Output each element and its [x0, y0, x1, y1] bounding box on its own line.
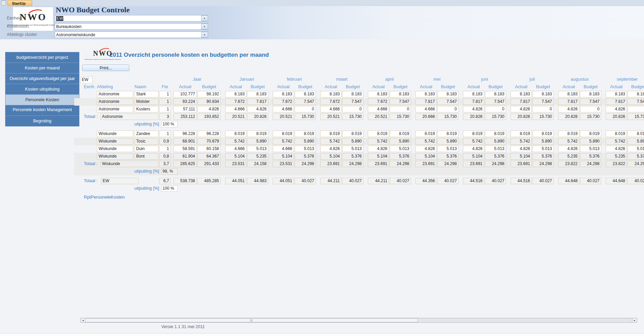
unit-filter-box[interactable]: EW	[80, 77, 93, 83]
afdeling-cell: Wiskunde	[97, 131, 133, 137]
value-cell: 5.104	[225, 153, 246, 160]
value-cell: 7.547	[628, 98, 644, 105]
print-button[interactable]: Print...	[82, 65, 129, 71]
value-cell: 23.531	[225, 161, 246, 167]
value-cell: 4.826	[558, 106, 579, 112]
column-header: Actual	[368, 83, 389, 90]
scrollbar-thumb[interactable]	[85, 318, 418, 322]
afdelings-cluster-combobox[interactable]: Astronomie/wiskunde	[55, 31, 208, 38]
value-cell: 8.019	[532, 131, 554, 137]
dropdown-arrow-icon[interactable]	[201, 15, 208, 21]
value-cell: 5.890	[247, 138, 268, 145]
table-row: Totaal :EW6,7538.738485.28544.05144.9834…	[74, 177, 644, 185]
column-header: Budget	[532, 83, 554, 90]
value-cell: 40.027	[532, 178, 554, 184]
sidebar-item[interactable]: Personele kosten Management.	[5, 105, 79, 116]
uitputting-box[interactable]: 100 %	[161, 185, 178, 192]
uitputting-label: uitputting [%]	[125, 168, 159, 175]
uitputting-box[interactable]: 98, %	[161, 168, 178, 175]
value-cell: 5.742	[368, 138, 389, 145]
value-cell: 4.666	[225, 106, 246, 112]
sidebar-item[interactable]: Personele Kosten	[5, 94, 79, 105]
totaal-label: Totaal :	[84, 160, 99, 167]
sidebar-item[interactable]: Overzicht uitgaven/budget per jaar	[5, 73, 79, 84]
value-cell: 8.183	[628, 91, 644, 97]
month-header: februari	[273, 77, 316, 82]
table-row: AstronomieStark1102.77798.1928.1838.1838…	[74, 91, 644, 98]
value-cell: 7.817	[511, 98, 532, 105]
value-cell: 15.730	[390, 113, 411, 120]
afdeling-cell: Wiskunde	[97, 153, 133, 160]
value-cell: 20.521	[225, 113, 246, 120]
value-cell: 23.531	[273, 161, 294, 167]
value-cell: 93.224	[173, 98, 197, 105]
sidebar-item[interactable]: budgetoverzicht per project	[5, 52, 79, 63]
logo-caption: Nederlandse Organisatie voor Wetenschapp…	[85, 58, 121, 60]
value-cell: 68.901	[173, 138, 197, 145]
value-cell: 5.376	[342, 153, 363, 160]
kostensoort-value: Bureaukosten	[55, 24, 201, 29]
eenheid-value: EW	[55, 16, 201, 21]
field-label-eenheid: Eenheid	[7, 16, 22, 21]
value-cell: 44.051	[225, 178, 246, 184]
value-cell: 8.183	[415, 91, 437, 97]
value-cell: 24.298	[485, 161, 506, 167]
value-cell: 24.298	[628, 161, 644, 167]
value-cell: 15.730	[342, 113, 363, 120]
value-cell: 5.235	[606, 153, 627, 160]
value-cell: 20.826	[463, 113, 484, 120]
report-link[interactable]: RptPersoneleKosten	[84, 194, 125, 200]
value-cell: 44.211	[320, 178, 342, 184]
column-header: Budget	[628, 83, 644, 90]
version-text: Versie 1.1 31 mei 2011	[142, 324, 224, 329]
value-cell: 4.826	[511, 146, 532, 152]
value-cell: 0	[580, 106, 601, 112]
eenheid-combobox[interactable]: EW	[55, 15, 208, 22]
value-cell: 23.691	[320, 161, 342, 167]
value-cell: 8.183	[320, 91, 342, 97]
value-cell: 4.666	[273, 106, 294, 112]
tab-startup[interactable]: StartUp	[8, 0, 32, 6]
dropdown-arrow-icon[interactable]	[201, 32, 208, 38]
value-cell: 7.672	[225, 98, 246, 105]
sidebar-item[interactable]: Kosten per maand	[5, 63, 79, 73]
value-cell: 285.625	[173, 161, 197, 167]
value-cell: 5.013	[247, 146, 268, 152]
month-header: Januari	[225, 77, 268, 82]
value-cell: 64.367	[197, 153, 221, 160]
dropdown-arrow-icon[interactable]	[201, 24, 208, 29]
column-header: Actual	[173, 83, 197, 90]
value-cell: 5.742	[606, 138, 627, 145]
scrollbar-grip-icon	[250, 319, 253, 322]
value-cell: 8.019	[225, 131, 246, 137]
value-cell: 7.547	[485, 98, 506, 105]
field-afdelings-cluster: Afdelings cluster Astronomie/wiskunde	[0, 31, 240, 38]
sidebar-item[interactable]: Kosten uitsplitsing	[5, 84, 79, 94]
tab-label: StartUp	[12, 1, 26, 5]
scroll-right-icon[interactable]	[632, 318, 637, 322]
sidebar-item[interactable]: Begroting	[5, 116, 79, 126]
value-cell: 5.013	[295, 146, 316, 152]
value-cell: 8.019	[580, 131, 601, 137]
scroll-left-icon[interactable]	[81, 318, 86, 322]
column-header: Budget	[390, 83, 411, 90]
column-header: Actual	[606, 83, 627, 90]
value-cell: 5.013	[485, 146, 506, 152]
horizontal-scrollbar[interactable]	[80, 318, 637, 323]
month-header: april	[368, 77, 411, 82]
naam-cell: Zandee	[134, 131, 158, 137]
value-cell: 5.104	[463, 153, 484, 160]
value-cell: 8.183	[558, 91, 579, 97]
value-cell: 8.183	[390, 91, 411, 97]
kostensoort-combobox[interactable]: Bureaukosten	[55, 23, 208, 30]
value-cell: 20.826	[511, 113, 532, 120]
column-header: Budget	[295, 83, 316, 90]
column-header: Budget	[437, 83, 459, 90]
table-row: WiskundeTosic0,968.90170.6795.7425.8905.…	[74, 138, 644, 145]
value-cell: 5.104	[511, 153, 532, 160]
value-cell: 20.666	[415, 113, 437, 120]
value-cell: 5.376	[532, 153, 554, 160]
naam-cell: Tosic	[134, 138, 158, 145]
value-cell: 5.890	[580, 138, 601, 145]
uitputting-box[interactable]: 100 %	[161, 121, 178, 127]
